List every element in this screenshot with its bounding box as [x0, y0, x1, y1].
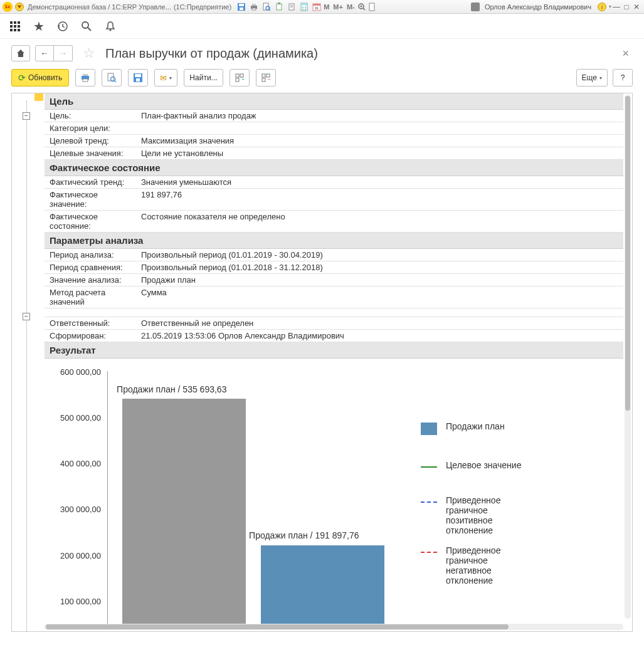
legend-line-icon — [421, 552, 437, 553]
action-toolbar: ⟳ Обновить ✉ ▾ Найти... + − Еще ▾ ? — [0, 65, 644, 93]
section-header-result: Результат — [45, 342, 623, 359]
doc2-icon[interactable] — [287, 2, 297, 12]
svg-line-8 — [269, 9, 270, 11]
mem-m-plus[interactable]: M+ — [331, 3, 345, 11]
page-header: ← → ☆ План выручки от продаж (динамика) … — [0, 39, 644, 65]
calendar-icon[interactable]: 31 — [312, 2, 322, 12]
collapse-groups-button[interactable]: − — [256, 69, 276, 87]
kv-row: Фактическое значение:191 897,76 — [45, 189, 623, 211]
chart-area: 600 000,00 500 000,00 400 000,00 300 000… — [45, 359, 623, 631]
search-icon[interactable] — [80, 20, 93, 33]
kv-row: Сформирован:21.05.2019 13:53:06 Орлов Ал… — [45, 330, 623, 342]
mem-m[interactable]: M — [322, 3, 331, 11]
close-tab-button[interactable]: × — [618, 47, 633, 60]
y-tick-label: 100 000,00 — [60, 596, 101, 606]
more-button[interactable]: Еще ▾ — [576, 69, 608, 87]
back-button[interactable]: ← — [35, 45, 54, 61]
kv-row: Ответственный:Ответственный не определен — [45, 317, 623, 330]
kv-row: Категория цели: — [45, 122, 623, 135]
home-button[interactable] — [11, 45, 30, 61]
kv-row: Период сравнения:Произвольный период (01… — [45, 261, 623, 274]
svg-rect-35 — [14, 29, 16, 31]
zoom-icon[interactable] — [357, 2, 367, 12]
svg-rect-15 — [302, 4, 307, 6]
dropdown-arrow-icon: ▾ — [169, 75, 172, 81]
minimize-button[interactable]: — — [611, 3, 621, 11]
help-button[interactable]: ? — [613, 69, 633, 87]
active-marker — [34, 93, 43, 101]
svg-rect-42 — [83, 74, 88, 76]
svg-rect-36 — [18, 29, 20, 31]
doc1-icon[interactable] — [274, 2, 284, 12]
legend-label: Приведенное граничное негативное отклоне… — [446, 545, 534, 586]
mem-m-minus[interactable]: M- — [345, 3, 357, 11]
expand-groups-button[interactable]: + — [230, 69, 250, 87]
y-tick-label: 200 000,00 — [60, 550, 101, 560]
apps-grid-icon[interactable] — [9, 20, 21, 33]
svg-rect-29 — [14, 21, 16, 24]
legend-label: Целевое значение — [446, 460, 521, 470]
svg-rect-4 — [252, 4, 256, 6]
bell-icon[interactable] — [104, 20, 117, 33]
preview-icon[interactable] — [261, 2, 272, 12]
window-title-main: Демонстрационная база / 1С:ERP Управле..… — [28, 3, 171, 11]
outline-collapse-button[interactable]: − — [23, 112, 30, 120]
close-window-button[interactable]: ✕ — [631, 3, 641, 11]
outline-collapse-button[interactable]: − — [23, 313, 30, 320]
bar-current — [261, 545, 384, 628]
favorite-toggle-icon[interactable]: ☆ — [83, 45, 95, 61]
kv-row: Фактическое состояние:Состояние показате… — [45, 211, 623, 233]
kv-row: Фактический тренд:Значения уменьшаются — [45, 176, 623, 189]
svg-point-40 — [110, 29, 112, 31]
chart-plot: 600 000,00 500 000,00 400 000,00 300 000… — [51, 365, 402, 631]
kv-row: Цель:План-фактный анализ продаж — [45, 110, 623, 122]
svg-rect-28 — [10, 21, 13, 24]
svg-point-16 — [302, 7, 304, 8]
print-preview-button[interactable] — [102, 69, 122, 87]
section-header-actual: Фактическое состояние — [45, 160, 623, 176]
favorites-star-icon[interactable]: ★ — [33, 20, 45, 33]
svg-rect-30 — [18, 21, 20, 24]
email-button[interactable]: ✉ ▾ — [154, 69, 177, 87]
svg-rect-56 — [262, 78, 265, 81]
envelope-icon: ✉ — [160, 73, 167, 83]
svg-line-24 — [363, 8, 365, 10]
kv-row: Период анализа:Произвольный период (01.0… — [45, 249, 623, 261]
page-title: План выручки от продаж (динамика) — [105, 46, 318, 61]
report-body: Цель Цель:План-фактный анализ продаж Кат… — [45, 93, 632, 631]
svg-line-46 — [115, 81, 117, 83]
dropdown-menu-icon[interactable] — [15, 3, 24, 11]
svg-rect-49 — [136, 78, 140, 81]
main-toolbar: ★ — [0, 14, 644, 39]
user-name[interactable]: Орлов Александр Владимирович — [485, 3, 591, 11]
print-button[interactable] — [75, 69, 95, 87]
svg-rect-10 — [278, 3, 280, 4]
svg-rect-9 — [277, 4, 282, 10]
chart-legend: Продажи план Целевое значение Приведенно… — [402, 365, 617, 631]
history-icon[interactable] — [56, 20, 69, 33]
save-icon[interactable] — [236, 2, 246, 12]
refresh-button[interactable]: ⟳ Обновить — [11, 69, 69, 87]
print-icon[interactable] — [249, 2, 259, 12]
section-header-params: Параметры анализа — [45, 233, 623, 249]
maximize-button[interactable]: □ — [621, 3, 631, 11]
doc3-icon[interactable] — [367, 2, 377, 12]
find-button[interactable]: Найти... — [184, 69, 223, 87]
window-title-suffix: (1С:Предприятие) — [174, 3, 231, 11]
y-tick-label: 500 000,00 — [60, 413, 101, 423]
forward-button[interactable]: → — [54, 45, 73, 61]
svg-text:31: 31 — [315, 6, 319, 10]
info-icon[interactable]: i — [598, 3, 606, 11]
refresh-icon: ⟳ — [18, 73, 26, 83]
calc-icon[interactable] — [299, 2, 309, 12]
svg-rect-32 — [14, 25, 16, 28]
svg-rect-34 — [10, 29, 13, 31]
svg-point-18 — [302, 9, 304, 10]
horizontal-scrollbar[interactable] — [45, 624, 623, 630]
legend-item: Приведенное граничное позитивное отклоне… — [421, 495, 611, 535]
vertical-scrollbar[interactable] — [625, 95, 631, 619]
save-doc-button[interactable] — [128, 69, 148, 87]
plot-region: Продажи план / 535 693,63 Продажи план /… — [107, 371, 402, 628]
legend-swatch-icon — [421, 423, 437, 435]
user-avatar-icon[interactable] — [471, 3, 480, 11]
